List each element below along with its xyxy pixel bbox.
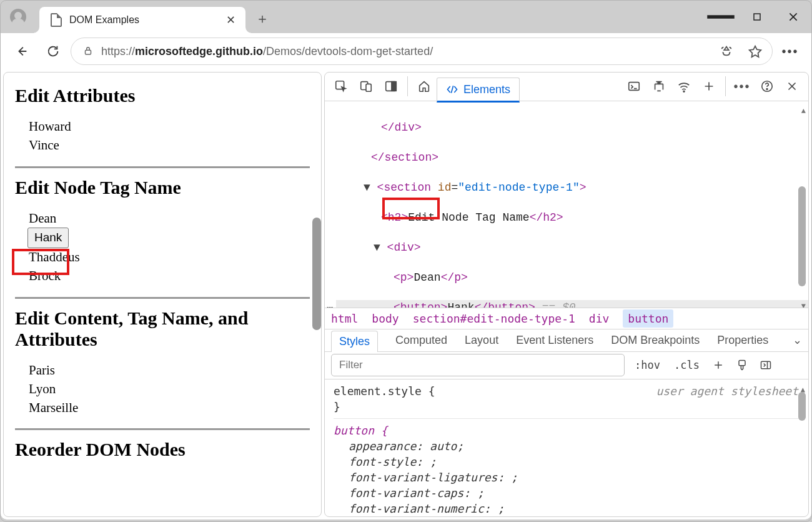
browser-tab[interactable]: DOM Examples ✕ [39, 7, 245, 33]
scroll-down-arrow[interactable]: ▼ [801, 299, 806, 308]
divider [15, 428, 310, 430]
list-tagname: Dean Hank Thaddeus Brock [15, 209, 310, 286]
window-controls [703, 1, 811, 33]
devtools-toolbar: Elements ••• [325, 73, 808, 101]
css-property[interactable]: font-variant-numeric: ; [334, 501, 800, 516]
list-item: Howard [29, 118, 310, 136]
crumb[interactable]: html [331, 312, 358, 325]
address-bar[interactable]: https://microsoftedge.github.io/Demos/de… [71, 38, 773, 65]
list-item: Lyon [29, 380, 310, 399]
url-text: https://microsoftedge.github.io/Demos/de… [101, 45, 708, 58]
more-button[interactable]: ••• [776, 44, 804, 59]
list-item: Marseille [29, 399, 310, 418]
svg-rect-1 [754, 14, 760, 20]
heading-edit-tag: Edit Node Tag Name [15, 177, 310, 198]
svg-point-16 [683, 91, 685, 93]
svg-line-12 [451, 86, 453, 94]
devtools-panel: Elements ••• </div> </section> ▼ <sectio… [324, 72, 809, 517]
tab-styles[interactable]: Styles [331, 331, 378, 352]
tab-computed[interactable]: Computed [395, 334, 447, 347]
hank-button[interactable]: Hank [27, 228, 69, 248]
tab-dom-breakpoints[interactable]: DOM Breakpoints [611, 334, 700, 347]
tab-properties[interactable]: Properties [717, 334, 768, 347]
browser-titlebar: DOM Examples ✕ ＋ [1, 1, 811, 33]
close-tab-button[interactable]: ✕ [224, 13, 237, 27]
heading-edit-all: Edit Content, Tag Name, and Attributes [15, 308, 310, 350]
css-rules[interactable]: element.style { } button { user agent st… [325, 379, 808, 516]
profile-button[interactable] [6, 4, 31, 29]
welcome-tab-icon[interactable] [412, 74, 437, 99]
profile-icon [10, 9, 26, 25]
device-emulation-icon[interactable] [354, 74, 379, 99]
css-selector: button { [334, 424, 388, 437]
list-item: Paris [29, 361, 310, 380]
list-item: Thaddeus [29, 248, 310, 267]
dom-breadcrumb: html body section#edit-node-type-1 div b… [325, 308, 808, 329]
refresh-button[interactable] [39, 38, 67, 65]
scrollbar-thumb[interactable] [312, 218, 321, 330]
close-window-button[interactable] [775, 1, 811, 33]
content-split: Edit Attributes Howard Vince Edit Node T… [1, 69, 811, 519]
network-icon[interactable] [671, 74, 696, 99]
crumb[interactable]: div [589, 312, 610, 325]
css-property[interactable]: font-variant-caps: ; [334, 485, 800, 501]
expand-toggle[interactable]: ▼ [364, 181, 377, 194]
sources-icon[interactable] [646, 74, 671, 99]
cls-toggle[interactable]: .cls [670, 359, 703, 371]
close-devtools-icon[interactable] [780, 74, 805, 99]
browser-toolbar: https://microsoftedge.github.io/Demos/de… [1, 33, 811, 69]
back-button[interactable] [8, 38, 36, 65]
svg-point-20 [766, 89, 768, 90]
svg-rect-5 [86, 50, 91, 54]
crumb-selected[interactable]: button [623, 309, 673, 328]
list-item: Vince [29, 136, 310, 155]
expand-toggle[interactable]: ▼ [374, 241, 387, 254]
settings-more-icon[interactable]: ••• [730, 74, 755, 99]
minimize-button[interactable] [703, 1, 739, 33]
crumb[interactable]: body [372, 312, 399, 325]
page-viewport[interactable]: Edit Attributes Howard Vince Edit Node T… [3, 72, 322, 517]
css-property[interactable]: appearance: auto; [334, 438, 800, 454]
list-all: Paris Lyon Marseille [15, 361, 310, 417]
divider [15, 166, 310, 168]
css-inline-close: } [334, 399, 800, 414]
heading-reorder: Reorder DOM Nodes [15, 439, 310, 460]
scroll-up-arrow[interactable]: ▲ [801, 104, 806, 119]
css-property[interactable]: font-variant-ligatures: ; [334, 469, 800, 485]
favorite-icon[interactable] [745, 44, 766, 58]
css-property[interactable]: font-style: ; [334, 454, 800, 469]
tab-event-listeners[interactable]: Event Listeners [516, 334, 593, 347]
new-tab-button[interactable]: ＋ [250, 7, 274, 31]
svg-rect-25 [739, 361, 745, 366]
help-icon[interactable] [755, 74, 780, 99]
divider [15, 297, 310, 299]
new-style-rule-icon[interactable] [710, 359, 727, 371]
scrollbar-thumb[interactable] [798, 392, 806, 421]
tab-layout[interactable]: Layout [465, 334, 498, 347]
scrollbar-thumb[interactable] [798, 186, 806, 286]
svg-marker-6 [750, 46, 761, 57]
lock-icon [82, 45, 94, 58]
css-source: user agent stylesheet [656, 383, 798, 399]
maximize-button[interactable] [739, 1, 775, 33]
chevron-down-icon[interactable]: ⌄ [793, 333, 802, 347]
dock-side-icon[interactable] [379, 74, 404, 99]
styles-panel-tabs: Styles Computed Layout Event Listeners D… [325, 329, 808, 352]
filter-input[interactable] [331, 354, 625, 376]
elements-tab[interactable]: Elements [437, 78, 520, 103]
elements-tab-label: Elements [463, 83, 510, 96]
console-tab-icon[interactable] [621, 74, 646, 99]
styles-filter-row: :hov .cls [325, 352, 808, 379]
more-tabs-icon[interactable] [696, 74, 721, 99]
dom-tree[interactable]: </div> </section> ▼ <section id="edit-no… [325, 101, 808, 308]
paint-flashing-icon[interactable] [733, 359, 751, 371]
svg-rect-13 [629, 83, 640, 91]
toggle-sidebar-icon[interactable] [757, 359, 775, 371]
page-icon [51, 13, 62, 27]
heading-edit-attributes: Edit Attributes [15, 85, 310, 106]
dom-selected-node[interactable]: <button>Hank</button> == $0 [336, 300, 808, 308]
hov-toggle[interactable]: :hov [631, 359, 664, 371]
inspect-element-icon[interactable] [329, 74, 354, 99]
read-aloud-icon[interactable] [716, 44, 737, 58]
crumb[interactable]: section#edit-node-type-1 [413, 312, 575, 325]
